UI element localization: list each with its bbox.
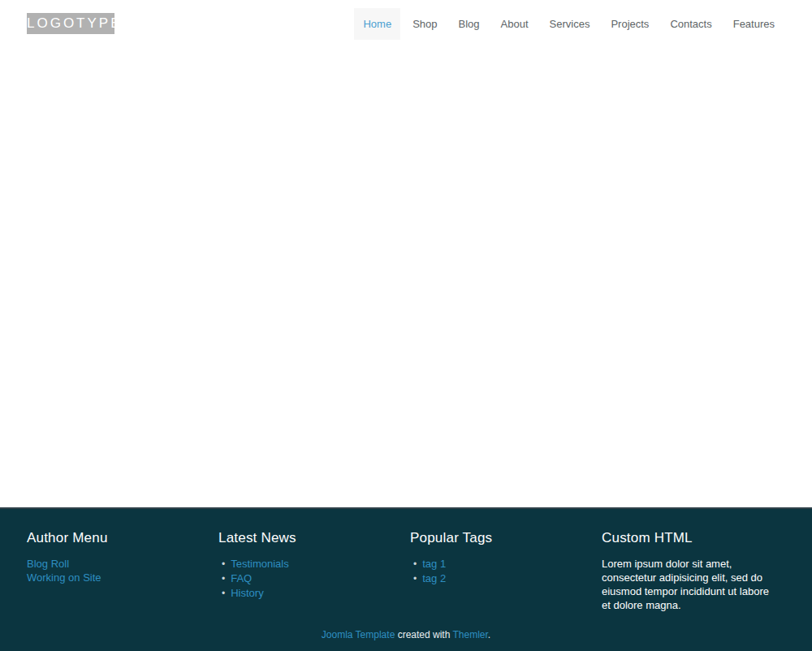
footer-column-latest-news: Latest News •Testimonials •FAQ •History — [214, 530, 406, 612]
footer-column-custom-html: Custom HTML Lorem ipsum dolor sit amet, … — [598, 530, 789, 612]
footer-credit: Joomla Template created with Themler. — [0, 629, 812, 640]
footer-column-title: Author Menu — [27, 530, 210, 546]
nav-item-shop[interactable]: Shop — [404, 8, 446, 40]
bullet-icon: • — [222, 558, 225, 570]
list-item: •History — [222, 586, 402, 601]
bullet-icon: • — [222, 588, 225, 599]
nav-item-blog[interactable]: Blog — [450, 8, 489, 40]
footer-link-testimonials[interactable]: Testimonials — [231, 558, 289, 570]
footer-column-title: Custom HTML — [602, 530, 785, 546]
site-logo[interactable]: LOGOTYPE — [27, 13, 114, 34]
bullet-icon: • — [413, 573, 417, 584]
nav-item-about[interactable]: About — [492, 8, 538, 40]
footer-link-working-on-site[interactable]: Working on Site — [27, 571, 210, 584]
credit-text: created with — [398, 629, 451, 640]
footer-column-title: Popular Tags — [410, 530, 594, 546]
footer-link-tag-1[interactable]: tag 1 — [422, 558, 446, 570]
main-nav: Home Shop Blog About Services Projects C… — [352, 8, 785, 40]
credit-period: . — [488, 629, 490, 640]
nav-item-home[interactable]: Home — [354, 8, 400, 40]
nav-item-features[interactable]: Features — [724, 8, 784, 40]
list-item: •Testimonials — [222, 557, 402, 571]
credit-link-joomla-template[interactable]: Joomla Template — [322, 629, 395, 640]
footer-link-tag-2[interactable]: tag 2 — [422, 572, 446, 584]
footer-column-title: Latest News — [218, 530, 402, 546]
footer-columns: Author Menu Blog Roll Working on Site La… — [0, 530, 812, 612]
nav-item-services[interactable]: Services — [541, 8, 599, 40]
footer-link-history[interactable]: History — [231, 587, 263, 599]
list-item: •FAQ — [222, 571, 402, 586]
bullet-icon: • — [222, 573, 225, 584]
footer-link-blog-roll[interactable]: Blog Roll — [27, 557, 210, 571]
main-content — [0, 47, 812, 507]
list-item: •tag 2 — [413, 571, 594, 586]
footer-link-faq[interactable]: FAQ — [231, 572, 252, 584]
latest-news-list: •Testimonials •FAQ •History — [222, 557, 402, 601]
custom-html-text: Lorem ipsum dolor sit amet, consectetur … — [602, 557, 776, 612]
nav-item-projects[interactable]: Projects — [602, 8, 658, 40]
footer-column-author-menu: Author Menu Blog Roll Working on Site — [23, 530, 214, 612]
site-header: LOGOTYPE Home Shop Blog About Services P… — [0, 0, 812, 47]
credit-link-themler[interactable]: Themler — [452, 629, 487, 640]
nav-item-contacts[interactable]: Contacts — [661, 8, 720, 40]
bullet-icon: • — [413, 558, 417, 570]
popular-tags-list: •tag 1 •tag 2 — [413, 557, 594, 586]
site-footer: Author Menu Blog Roll Working on Site La… — [0, 507, 812, 651]
list-item: •tag 1 — [413, 557, 594, 571]
footer-column-popular-tags: Popular Tags •tag 1 •tag 2 — [406, 530, 598, 612]
